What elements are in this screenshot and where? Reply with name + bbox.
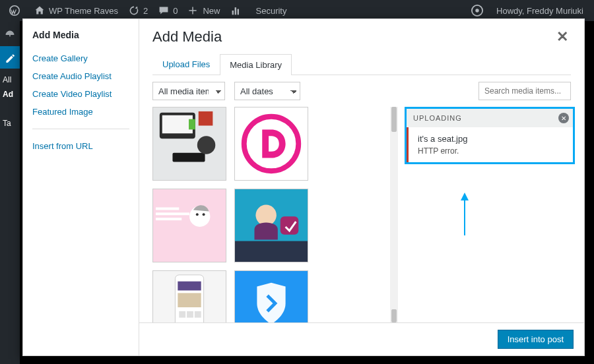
upload-error-item: it's a seat.jpg HTTP error. (407, 127, 573, 162)
search-input[interactable] (478, 82, 571, 100)
thumbnail-pink-card[interactable] (152, 189, 226, 262)
svg-rect-30 (178, 282, 201, 291)
svg-point-25 (255, 205, 276, 226)
comment-icon (158, 5, 170, 16)
menu-add-hint: Ad (3, 90, 13, 99)
media-modal: Add Media Create Gallery Create Audio Pl… (22, 18, 585, 356)
media-toolbar: All media items All dates (139, 75, 584, 107)
insert-into-post-button[interactable]: Insert into post (498, 330, 574, 349)
svg-rect-9 (162, 115, 193, 133)
svg-rect-10 (189, 119, 195, 130)
modal-footer: Insert into post (139, 322, 584, 355)
plus-icon (188, 6, 200, 15)
menu-dashboard[interactable] (0, 24, 20, 46)
yoast-icon (471, 5, 483, 16)
security-label: Security (256, 6, 287, 16)
thumbnail-wpcompress[interactable]: WP Compress (234, 270, 308, 322)
new-label: New (203, 6, 220, 16)
site-name: WP Theme Raves (49, 6, 118, 16)
dismiss-upload-button[interactable]: ✕ (558, 113, 569, 123)
svg-rect-3 (237, 9, 238, 15)
filter-date-select[interactable]: All dates (234, 82, 300, 100)
nav-create-gallery[interactable]: Create Gallery (32, 49, 129, 67)
upload-status-header: UPLOADING ✕ (407, 109, 573, 127)
svg-rect-2 (234, 7, 236, 15)
menu-all-hint: All (3, 75, 11, 84)
tab-upload-files[interactable]: Upload Files (152, 53, 220, 75)
thumbnail-desk[interactable] (152, 107, 226, 181)
upload-error-text: HTTP error. (418, 146, 564, 156)
svg-rect-18 (156, 212, 189, 215)
svg-rect-29 (178, 293, 201, 307)
howdy-text: Howdy, Freddy Muriuki (496, 6, 583, 16)
thumbnail-phone[interactable] (152, 270, 226, 322)
svg-point-12 (197, 136, 216, 154)
thumbnail-yoast[interactable] (234, 189, 308, 262)
nav-create-video[interactable]: Create Video Playlist (32, 85, 129, 103)
divider (32, 129, 129, 129)
annotation-arrow (464, 199, 465, 235)
menu-posts[interactable] (0, 46, 20, 69)
nav-create-audio[interactable]: Create Audio Playlist (32, 67, 129, 85)
svg-rect-16 (153, 189, 226, 262)
stats-icon (231, 5, 243, 16)
updates-icon (129, 5, 141, 16)
svg-rect-1 (232, 11, 233, 15)
svg-rect-33 (195, 311, 201, 318)
close-icon: ✕ (561, 115, 567, 122)
svg-rect-6 (9, 34, 11, 37)
upload-status-box: UPLOADING ✕ it's a seat.jpg HTTP error. (405, 107, 575, 164)
svg-rect-31 (179, 311, 185, 318)
nav-featured-image[interactable]: Featured Image (32, 103, 129, 121)
svg-rect-17 (156, 208, 179, 210)
wordpress-icon (9, 5, 21, 16)
media-tabs: Upload Files Media Library (152, 53, 571, 75)
close-icon: ✕ (556, 28, 568, 45)
menu-tag-hint: Ta (3, 119, 11, 128)
uploading-heading: UPLOADING (413, 114, 462, 122)
tab-media-library[interactable]: Media Library (220, 54, 292, 75)
media-modal-sidebar: Add Media Create Gallery Create Audio Pl… (23, 19, 139, 355)
filter-type-select[interactable]: All media items (152, 82, 225, 100)
svg-rect-13 (199, 111, 213, 126)
media-modal-main: Add Media ✕ Upload Files Media Library A… (139, 19, 584, 355)
svg-point-21 (196, 213, 199, 216)
media-details-column: UPLOADING ✕ it's a seat.jpg HTTP error. (398, 107, 576, 322)
updates-count: 2 (143, 6, 148, 16)
attachments-scrollbar[interactable] (390, 107, 398, 322)
svg-point-5 (475, 9, 478, 12)
home-icon (34, 5, 46, 16)
upload-filename: it's a seat.jpg (418, 134, 564, 144)
sidebar-heading: Add Media (32, 30, 129, 40)
svg-rect-24 (235, 241, 308, 262)
attachments-grid: WP Compress (152, 107, 390, 322)
close-modal-button[interactable]: ✕ (554, 28, 571, 46)
svg-rect-11 (172, 153, 205, 162)
comments-count: 0 (173, 6, 178, 16)
nav-insert-from-url[interactable]: Insert from URL (32, 137, 129, 155)
svg-point-22 (203, 213, 205, 216)
svg-rect-19 (156, 218, 182, 220)
wp-admin-menu: All Ad Ta (0, 21, 20, 364)
thumbnail-divi[interactable] (234, 107, 308, 181)
svg-rect-32 (187, 311, 193, 318)
modal-title: Add Media (152, 28, 222, 46)
